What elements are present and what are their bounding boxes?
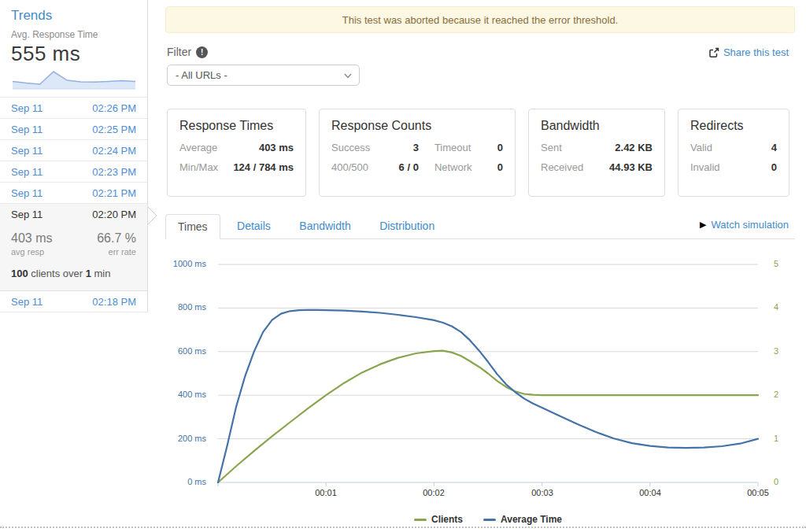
stat-value: 2.42 KB: [615, 142, 653, 153]
watch-simulation-label: Watch simulation: [712, 219, 789, 231]
trend-item[interactable]: Sep 11 02:23 PM: [0, 161, 147, 183]
page-bottom-divider: [0, 526, 806, 528]
trend-date: Sep 11: [11, 124, 43, 135]
y-axis-right-label: 4: [774, 302, 794, 312]
main-content: This test was aborted because it reached…: [165, 0, 795, 532]
x-axis-label: 00:05: [738, 488, 778, 497]
stat-value: 0: [497, 142, 503, 153]
play-icon: ▶: [700, 220, 706, 229]
trends-sidebar: Trends Avg. Response Time 555 ms Sep 11 …: [0, 0, 148, 312]
trend-item[interactable]: Sep 11 02:25 PM: [0, 119, 147, 140]
trend-item[interactable]: Sep 11 02:18 PM: [0, 291, 147, 312]
card-title: Response Counts: [331, 119, 503, 133]
clients-series-marker: [414, 519, 427, 521]
clients-summary: 100 clients over 1 min: [0, 258, 147, 290]
trend-time: 02:26 PM: [92, 102, 136, 114]
card-title: Bandwidth: [541, 119, 653, 133]
times-chart: 0 ms 200 ms 400 ms 600 ms 800 ms 1000 ms…: [165, 250, 795, 527]
stat-label: 400/500: [331, 161, 368, 173]
stat-label: Timeout: [434, 142, 471, 153]
stat-value: 4: [771, 142, 777, 153]
info-icon[interactable]: !: [196, 46, 208, 58]
y-axis-right-label: 5: [774, 259, 794, 268]
x-axis-label: 00:02: [414, 488, 453, 497]
y-axis-right-label: 0: [774, 477, 794, 486]
tab-times[interactable]: Times: [165, 214, 220, 239]
chart-legend: Clients Average Time: [218, 514, 758, 525]
stat-label: Received: [541, 161, 583, 173]
tab-details[interactable]: Details: [225, 214, 283, 238]
trend-date: Sep 11: [11, 296, 43, 308]
stat-value: 124 / 784 ms: [233, 161, 294, 173]
stat-value: 0: [497, 161, 503, 173]
y-axis-left-label: 600 ms: [165, 346, 206, 356]
trend-item[interactable]: Sep 11 02:21 PM: [0, 183, 147, 204]
card-response-counts: Response Counts Success3 400/5006 / 0 Ti…: [319, 109, 516, 197]
err-rate-value: 66.7 %: [97, 231, 136, 246]
y-axis-right-label: 1: [774, 434, 794, 443]
clients-summary-unit: min: [91, 268, 111, 279]
avg-response-time-value: 555 ms: [11, 42, 136, 66]
trend-time: 02:25 PM: [92, 124, 136, 135]
stat-label: Invalid: [690, 161, 720, 173]
y-axis-left-label: 400 ms: [165, 390, 206, 399]
x-axis-label: 00:01: [306, 488, 346, 497]
aborted-alert-banner: This test was aborted because it reached…: [165, 6, 795, 33]
y-axis-right-label: 3: [774, 346, 794, 356]
stat-label: Min/Max: [179, 161, 218, 173]
stat-label: Network: [434, 161, 472, 173]
response-time-sparkline: [11, 69, 137, 91]
clients-summary-text: clients over: [28, 268, 86, 279]
share-test-link[interactable]: Share this test: [708, 46, 789, 58]
alert-text: This test was aborted because it reached…: [342, 14, 618, 26]
clients-duration: 1: [86, 268, 91, 279]
chart-tabs: Times Details Bandwidth Distribution ▶ W…: [165, 213, 795, 239]
trend-date: Sep 11: [11, 102, 43, 114]
err-rate-label: err rate: [97, 247, 136, 257]
card-response-times: Response Times Average403 ms Min/Max124 …: [167, 109, 306, 197]
tab-distribution[interactable]: Distribution: [368, 214, 446, 238]
share-icon: [708, 47, 719, 58]
trend-date: Sep 11: [11, 166, 43, 178]
tab-bandwidth[interactable]: Bandwidth: [287, 214, 362, 238]
legend-item-clients[interactable]: Clients: [414, 514, 463, 525]
summary-cards: Response Times Average403 ms Min/Max124 …: [167, 109, 789, 197]
stat-label: Success: [331, 142, 370, 153]
stat-value: 6 / 0: [399, 161, 419, 173]
trend-item-selected-row: Sep 11 02:20 PM: [0, 204, 147, 225]
y-axis-left-label: 0 ms: [165, 477, 206, 486]
err-rate-stat: 66.7 % err rate: [97, 231, 136, 257]
filter-label-text: Filter: [167, 46, 191, 58]
trend-item-selected[interactable]: Sep 11 02:20 PM 403 ms avg resp 66.7 % e…: [0, 204, 147, 291]
stat-value: 3: [413, 142, 419, 153]
selected-item-stats: 403 ms avg resp 66.7 % err rate: [0, 225, 147, 258]
url-filter-dropdown[interactable]: - All URLs -: [167, 65, 360, 86]
y-axis-left-label: 200 ms: [165, 434, 206, 443]
trends-header: Trends Avg. Response Time 555 ms: [0, 0, 147, 97]
trend-date: Sep 11: [11, 187, 43, 199]
y-axis-right-label: 2: [774, 390, 794, 399]
legend-item-average-time[interactable]: Average Time: [483, 514, 562, 525]
trends-title[interactable]: Trends: [11, 8, 136, 24]
page: Trends Avg. Response Time 555 ms Sep 11 …: [0, 0, 806, 532]
legend-label: Average Time: [501, 514, 562, 525]
avg-resp-label: avg resp: [11, 247, 52, 257]
trend-time: 02:20 PM: [92, 209, 136, 220]
stat-label: Sent: [541, 142, 562, 153]
selected-item-arrow-icon: [147, 206, 157, 225]
trend-item[interactable]: Sep 11 02:26 PM: [0, 98, 147, 119]
watch-simulation-link[interactable]: ▶ Watch simulation: [700, 219, 789, 231]
trend-item[interactable]: Sep 11 02:24 PM: [0, 140, 147, 161]
y-axis-left-label: 800 ms: [165, 302, 206, 312]
filter-label: Filter !: [167, 46, 208, 58]
url-filter-selected-value: - All URLs -: [176, 69, 227, 81]
card-title: Redirects: [690, 119, 777, 133]
trend-date: Sep 11: [11, 145, 43, 157]
avg-resp-stat: 403 ms avg resp: [11, 231, 52, 257]
y-axis-left-label: 1000 ms: [165, 259, 206, 268]
avg-response-time-label: Avg. Response Time: [11, 29, 136, 40]
legend-label: Clients: [431, 514, 463, 525]
trend-time: 02:18 PM: [92, 296, 136, 308]
trend-time: 02:21 PM: [92, 187, 136, 199]
clients-count: 100: [11, 268, 28, 279]
